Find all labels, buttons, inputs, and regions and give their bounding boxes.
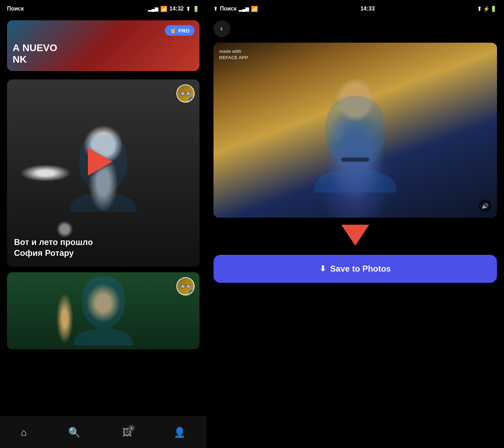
download-icon: ⬇ — [320, 264, 326, 273]
main-card-title: Вот и лето прошло София Ротару — [14, 237, 93, 258]
home-icon: ⌂ — [21, 427, 27, 438]
bottom-card[interactable]: 👤 👓 ↺ — [7, 272, 200, 349]
right-carrier: Поиск — [220, 6, 237, 12]
watermark-app: REFACE APP — [219, 55, 248, 61]
right-panel: ⬆ Поиск ▂▄▆ 📶 14:33 ⬆ ⚡🔋 ‹ 👤 — [206, 0, 504, 448]
speaker-icon: 🔊 — [482, 203, 489, 209]
time-right: 14:33 — [360, 6, 375, 12]
necklace-detail — [341, 158, 369, 162]
left-panel: Поиск ▂▄▆ 📶 14:32 ⬆ 🔋 А NUEVO NK 🤘 PRO 👤 — [0, 0, 206, 448]
status-bar-left: Поиск ▂▄▆ 📶 14:32 ⬆ 🔋 — [0, 0, 206, 18]
profile-icon: 👤 — [174, 427, 186, 438]
watermark-made: made with — [219, 48, 248, 55]
save-btn-container: ⬇ Save to Photos — [214, 255, 497, 283]
back-chevron-icon: ‹ — [220, 24, 223, 33]
location-icon-left: ⬆ — [186, 6, 190, 12]
video-figure: 👤 — [303, 71, 408, 218]
main-card-title-line1: Вот и лето прошло — [14, 237, 93, 247]
arrow-right — [88, 148, 112, 176]
search-icon: 🔍 — [68, 427, 80, 438]
nav-home[interactable]: ⌂ — [21, 427, 27, 438]
nav-add[interactable]: 🖼 + — [122, 427, 132, 438]
signal-icon-right: ▂▄▆ — [239, 6, 249, 12]
status-right-right: ⬆ ⚡🔋 — [477, 6, 497, 12]
status-icons-left: ▂▄▆ 📶 14:32 ⬆ 🔋 — [148, 6, 200, 12]
avatar-top-right: 👓 ↺ — [176, 84, 195, 103]
arrow-down — [341, 225, 369, 246]
save-button-label: Save to Photos — [330, 264, 391, 274]
back-button[interactable]: ‹ — [214, 20, 230, 37]
time-left: 14:32 — [169, 6, 184, 12]
location-icon-right: ⬆ — [214, 6, 218, 12]
video-card[interactable]: 👤 made with REFACE APP 🔊 — [214, 43, 497, 218]
pro-badge[interactable]: 🤘 PRO — [165, 25, 195, 36]
avatar-sync-icon: ↺ — [189, 97, 195, 103]
wifi-icon-left: 📶 — [160, 6, 167, 12]
wifi-icon-right: 📶 — [251, 6, 258, 12]
top-card[interactable]: А NUEVO NK 🤘 PRO — [7, 20, 200, 71]
bottom-card-bg: 👤 — [7, 272, 200, 349]
video-bg: 👤 — [214, 43, 497, 218]
pro-badge-emoji: 🤘 — [170, 27, 176, 34]
video-watermark: made with REFACE APP — [219, 48, 248, 61]
signal-icon-left: ▂▄▆ — [148, 6, 158, 12]
bottom-nav: ⌂ 🔍 🖼 + 👤 — [0, 416, 206, 448]
status-bar-right: ⬆ Поиск ▂▄▆ 📶 14:33 ⬆ ⚡🔋 — [206, 0, 504, 18]
pro-badge-label: PRO — [178, 28, 190, 34]
save-to-photos-button[interactable]: ⬇ Save to Photos — [214, 255, 497, 283]
avatar-bottom-sync-icon: ↺ — [189, 290, 195, 295]
location-icon-right2: ⬆ — [477, 6, 482, 12]
add-icon: 🖼 + — [122, 427, 132, 438]
down-arrow-container — [206, 225, 504, 246]
top-card-line1: А NUEVO — [13, 42, 57, 54]
battery-charging-icon: ⚡🔋 — [483, 6, 497, 12]
battery-icon-left: 🔋 — [192, 6, 200, 12]
top-card-text: А NUEVO NK — [13, 42, 57, 65]
status-right-left: ⬆ Поиск ▂▄▆ 📶 — [214, 6, 258, 12]
sound-icon[interactable]: 🔊 — [479, 200, 491, 212]
nav-search[interactable]: 🔍 — [68, 427, 80, 438]
left-carrier: Поиск — [7, 6, 24, 12]
nav-profile[interactable]: 👤 — [174, 427, 186, 438]
bottom-card-figure: 👤 — [7, 272, 200, 349]
avatar-bottom-right: 👓 ↺ — [176, 277, 195, 295]
main-card[interactable]: 👤 👓 ↺ Вот и лето прошло София Ротару — [7, 79, 200, 267]
main-card-title-line2: София Ротару — [14, 247, 93, 258]
top-card-line2: NK — [13, 54, 57, 65]
